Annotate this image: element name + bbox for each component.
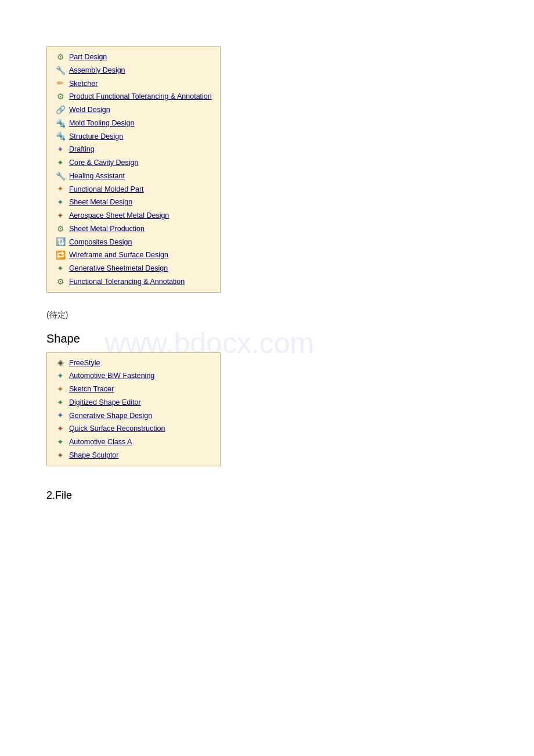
menu-item-icon: 🔧	[55, 65, 66, 75]
menu-item-icon: ✦	[55, 145, 66, 155]
menu-item-label: Composites Design	[69, 237, 132, 248]
design-menu-item[interactable]: ✦Sheet Metal Design	[53, 196, 214, 209]
menu-item-icon: ✦	[55, 384, 66, 394]
menu-item-icon: ✦	[55, 397, 66, 408]
design-menu-item[interactable]: ⚙Product Functional Tolerancing & Annota…	[53, 90, 214, 103]
menu-item-label: Generative Shape Design	[69, 411, 152, 422]
design-menu-item[interactable]: 🔧Assembly Design	[53, 64, 214, 77]
design-menu-item[interactable]: 🔩Structure Design	[53, 130, 214, 143]
pending-text: (待定)	[46, 310, 488, 321]
menu-item-icon: ✦	[55, 184, 66, 195]
shape-menu-item[interactable]: ✦Shape Sculptor	[53, 449, 214, 462]
design-menu-item[interactable]: ✏Sketcher	[53, 77, 214, 91]
menu-item-label: Automotive Class A	[69, 437, 132, 448]
menu-item-icon: 🔁	[55, 250, 66, 261]
shape-menu: ◈FreeStyle✦Automotive BiW Fastening✦Sket…	[46, 352, 221, 466]
menu-item-icon: 🔩	[55, 118, 66, 128]
design-menu-item[interactable]: ⚙Sheet Metal Production	[53, 222, 214, 236]
menu-item-label: Sheet Metal Design	[69, 197, 132, 208]
menu-item-icon: ✦	[55, 157, 66, 168]
menu-item-label: Mold Tooling Design	[69, 118, 134, 129]
menu-item-icon: 🔩	[55, 131, 66, 142]
design-menu-item[interactable]: ✦Functional Molded Part	[53, 183, 214, 196]
shape-menu-item[interactable]: ◈FreeStyle	[53, 357, 214, 370]
design-menu-item[interactable]: ✦Aerospace Sheet Metal Design	[53, 209, 214, 222]
menu-item-icon: 🔗	[55, 105, 66, 115]
design-menu-item[interactable]: ✦Drafting	[53, 143, 214, 156]
menu-item-label: Sketch Tracer	[69, 384, 114, 395]
menu-item-icon: ⚙	[55, 224, 66, 234]
menu-item-icon: ✦	[55, 411, 66, 421]
design-menu-item[interactable]: 🔗Weld Design	[53, 103, 214, 117]
menu-item-icon: ◈	[55, 358, 66, 368]
menu-item-icon: ⚙	[55, 276, 66, 287]
menu-item-label: Healing Assistant	[69, 171, 125, 182]
menu-item-icon: 🔃	[55, 237, 66, 247]
menu-item-label: Part Design	[69, 52, 107, 63]
design-menu-item[interactable]: ✦Core & Cavity Design	[53, 156, 214, 170]
menu-item-label: Digitized Shape Editor	[69, 397, 141, 408]
menu-item-label: Quick Surface Reconstruction	[69, 423, 165, 434]
shape-menu-item[interactable]: ✦Sketch Tracer	[53, 383, 214, 396]
shape-menu-item[interactable]: ✦Generative Shape Design	[53, 409, 214, 423]
menu-item-label: Functional Molded Part	[69, 184, 144, 195]
menu-item-label: Generative Sheetmetal Design	[69, 263, 168, 274]
menu-item-label: Functional Tolerancing & Annotation	[69, 276, 185, 287]
menu-item-label: Wireframe and Surface Design	[69, 250, 168, 261]
menu-item-label: Sketcher	[69, 78, 98, 89]
menu-item-icon: ✦	[55, 450, 66, 460]
design-menu-item[interactable]: 🔁Wireframe and Surface Design	[53, 249, 214, 262]
menu-item-label: Automotive BiW Fastening	[69, 370, 154, 381]
design-menu: ⚙Part Design🔧Assembly Design✏Sketcher⚙Pr…	[46, 46, 221, 293]
shape-menu-item[interactable]: ✦Automotive BiW Fastening	[53, 369, 214, 383]
menu-item-icon: ✦	[55, 197, 66, 208]
design-menu-item[interactable]: 🔧Healing Assistant	[53, 170, 214, 183]
shape-menu-item[interactable]: ✦Automotive Class A	[53, 435, 214, 449]
menu-item-label: Assembly Design	[69, 65, 125, 76]
menu-item-icon: ⚙	[55, 52, 66, 62]
shape-section-title: Shape	[46, 332, 488, 345]
menu-item-icon: ✦	[55, 210, 66, 221]
menu-item-label: Shape Sculptor	[69, 450, 118, 461]
menu-item-icon: 🔧	[55, 171, 66, 181]
design-menu-item[interactable]: ⚙Functional Tolerancing & Annotation	[53, 275, 214, 289]
design-menu-item[interactable]: ⚙Part Design	[53, 51, 214, 64]
menu-item-icon: ✦	[55, 263, 66, 273]
menu-item-label: FreeStyle	[69, 358, 100, 369]
shape-menu-item[interactable]: ✦Digitized Shape Editor	[53, 396, 214, 409]
file-section-title: 2.File	[46, 489, 488, 502]
menu-item-label: Core & Cavity Design	[69, 157, 139, 168]
design-menu-item[interactable]: ✦Generative Sheetmetal Design	[53, 262, 214, 275]
menu-item-label: Product Functional Tolerancing & Annotat…	[69, 91, 212, 102]
design-menu-item[interactable]: 🔃Composites Design	[53, 236, 214, 249]
shape-menu-item[interactable]: ✦Quick Surface Reconstruction	[53, 422, 214, 435]
menu-item-label: Sheet Metal Production	[69, 224, 145, 235]
menu-item-icon: ✦	[55, 424, 66, 434]
menu-item-label: Drafting	[69, 144, 95, 155]
menu-item-icon: ⚙	[55, 92, 66, 102]
menu-item-label: Structure Design	[69, 131, 123, 142]
file-section: 2.File	[46, 489, 488, 502]
design-menu-item[interactable]: 🔩Mold Tooling Design	[53, 117, 214, 130]
menu-item-icon: ✏	[55, 78, 66, 89]
menu-item-label: Weld Design	[69, 105, 110, 116]
shape-section: Shape www.bdocx.com ◈FreeStyle✦Automotiv…	[46, 332, 488, 466]
menu-item-icon: ✦	[55, 437, 66, 447]
menu-item-label: Aerospace Sheet Metal Design	[69, 210, 169, 221]
menu-item-icon: ✦	[55, 371, 66, 381]
